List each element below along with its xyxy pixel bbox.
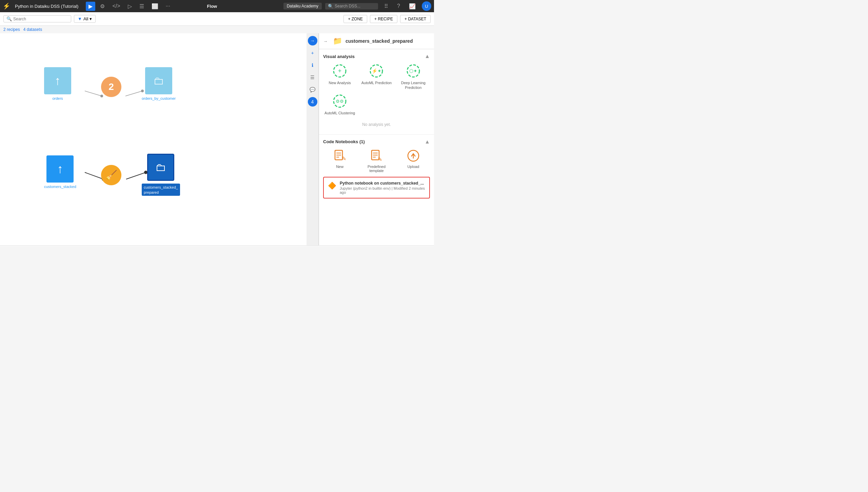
new-notebook-icon: ✎ [333,149,347,163]
trending-icon[interactable]: 📈 [406,2,418,11]
svg-line-4 [85,172,103,179]
new-analysis-label: New Analysis [329,80,351,85]
datasets-link[interactable]: 4 datasets [23,27,42,32]
new-notebook-label: New [336,165,343,169]
orders-label: orders [52,96,63,100]
notebook-entry[interactable]: 🔶 Python notebook on customers_stacked_.… [323,177,430,198]
node-customers-stacked-prepared[interactable]: 🗀 customers_stacked_prepared [142,154,180,196]
orders-box[interactable]: ↑ [44,67,71,94]
topnav: ⚡ Python in Dataiku DSS (Tutorial) ▶ ⚙ <… [0,0,434,12]
help-icon[interactable]: ? [394,2,403,11]
user-avatar[interactable]: U [422,1,431,11]
topnav-right: Dataiku Academy 🔍 ⠿ ? 📈 U [283,1,431,11]
customers-stacked-box[interactable]: ↑ [46,155,74,183]
global-search-wrap: 🔍 [325,3,378,10]
panel-title: customers_stacked_prepared [346,38,413,44]
view-bar: 👁 View : default ▾ 🔧 FLOW ACTIONS ▾ [0,245,434,246]
global-search-input[interactable] [335,4,375,8]
apps-nav-icon[interactable]: ⬜ [149,2,161,11]
recipe2-circle[interactable]: 🧹 [101,165,121,185]
notebook-entry-icon: 🔶 [328,182,336,190]
visual-analysis-section: Visual analysis ▲ + New Analysis [319,49,434,135]
academy-link[interactable]: Dataiku Academy [283,3,322,10]
stats-bar: 2 recipes 4 datasets [0,26,434,33]
svg-text:⬡✦: ⬡✦ [409,68,417,74]
number-side-icon[interactable]: 4 [308,97,317,107]
svg-text:⚙⚙: ⚙⚙ [336,99,344,104]
flow-connectors [0,33,307,245]
node-recipe1[interactable]: 2 [101,77,121,97]
flow-search-input[interactable] [13,17,64,21]
customers-stacked-prepared-box[interactable]: 🗀 [147,154,174,181]
run-nav-icon[interactable]: ▷ [125,2,135,11]
customers-stacked-label: customers_stacked [44,185,76,189]
recipe1-circle[interactable]: 2 [101,77,121,97]
list-side-icon[interactable]: ☰ [308,73,317,82]
visual-analysis-title: Visual analysis [323,54,355,59]
code-nav-icon[interactable]: </> [110,2,123,11]
more-nav-icon[interactable]: ··· [163,2,173,11]
new-notebook-item[interactable]: ✎ New [323,149,356,173]
info-side-icon[interactable]: ℹ [308,60,317,70]
svg-line-2 [125,91,142,96]
apps-grid-icon[interactable]: ⠿ [381,2,391,11]
panel-arrow-icon[interactable]: → [323,39,328,44]
predefined-template-label: Predefined template [360,165,393,173]
orders-by-customer-label: orders_by_customer [142,96,176,100]
code-notebooks-toggle[interactable]: ▲ [425,139,430,145]
side-icons-panel: → + ℹ ☰ 💬 4 [307,33,319,245]
automl-prediction-label: AutoML Prediction [361,80,392,85]
automl-prediction-item[interactable]: ⚡✦ AutoML Prediction [360,63,393,90]
node-recipe2[interactable]: 🧹 [101,165,121,185]
dataiku-logo: ⚡ [3,2,10,10]
search-icon: 🔍 [6,16,12,21]
node-orders[interactable]: ↑ orders [44,67,71,100]
predefined-template-item[interactable]: ✎ Predefined template [360,149,393,173]
new-analysis-item[interactable]: + New Analysis [323,63,356,90]
upload-notebook-label: Upload [407,165,419,169]
search-icon: 🔍 [328,4,333,9]
automl-clustering-icon: ⚙⚙ [332,94,347,109]
chat-side-icon[interactable]: 💬 [308,85,317,94]
new-analysis-icon: + [332,63,347,78]
customers-stacked-prepared-label: customers_stacked_prepared [144,185,178,194]
main-layout: ↑ orders 2 🗀 orders_by_customer ↑ custom… [0,33,434,245]
filter-chevron: ▾ [90,16,92,21]
deep-learning-icon: ⬡✦ [406,63,421,78]
node-customers-stacked[interactable]: ↑ customers_stacked [44,155,76,189]
flow-toolbar: 🔍 ▼ All ▾ + ZONE + RECIPE + DATASET [0,12,434,26]
add-recipe-button[interactable]: + RECIPE [370,15,397,23]
svg-text:+: + [338,68,342,74]
no-analysis-text: No analysis yet. [323,119,430,130]
automl-clustering-label: AutoML Clustering [324,111,355,115]
automl-clustering-item[interactable]: ⚙⚙ AutoML Clustering [323,94,356,115]
toolbar-right: + ZONE + RECIPE + DATASET [343,15,431,23]
deep-learning-label: Deep Learning Prediction [397,80,430,90]
flow-label: Flow [207,4,217,9]
flow-canvas[interactable]: ↑ orders 2 🗀 orders_by_customer ↑ custom… [0,33,307,245]
right-panel: → 📁 customers_stacked_prepared Visual an… [319,33,434,245]
flow-nav-icon[interactable]: ▶ [86,2,95,11]
jobs-nav-icon[interactable]: ☰ [137,2,147,11]
filter-dropdown[interactable]: ▼ All ▾ [74,15,96,23]
svg-text:✎: ✎ [378,156,382,162]
deep-learning-item[interactable]: ⬡✦ Deep Learning Prediction [397,63,430,90]
recipes-link[interactable]: 2 recipes [3,27,20,32]
upload-notebook-item[interactable]: Upload [397,149,430,173]
visual-analysis-toggle[interactable]: ▲ [425,53,430,59]
arrow-right-side-icon[interactable]: → [308,36,317,45]
notebook-entry-title: Python notebook on customers_stacked_... [340,181,425,186]
project-title: Python in Dataiku DSS (Tutorial) [15,4,78,9]
orders-by-customer-box[interactable]: 🗀 [145,67,172,94]
predefined-template-icon: ✎ [370,149,383,163]
node-orders-by-customer[interactable]: 🗀 orders_by_customer [142,67,176,100]
settings-nav-icon[interactable]: ⚙ [97,2,107,11]
notebook-entry-text: Python notebook on customers_stacked_...… [340,181,425,194]
add-zone-button[interactable]: + ZONE [343,15,367,23]
flow-search-box: 🔍 [3,15,71,22]
svg-text:✎: ✎ [342,156,346,162]
add-dataset-button[interactable]: + DATASET [400,15,431,23]
code-notebooks-header: Code Notebooks (1) ▲ [323,139,430,145]
notebooks-actions: ✎ New ✎ [323,149,430,173]
add-side-icon[interactable]: + [308,48,317,58]
